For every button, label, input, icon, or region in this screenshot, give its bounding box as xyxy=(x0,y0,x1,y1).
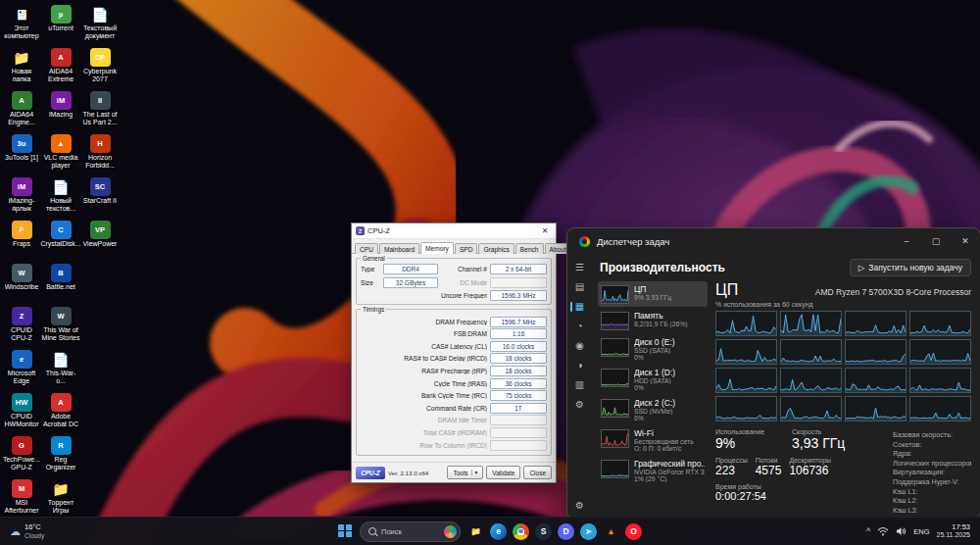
performance-sidebar-item[interactable]: Wi-Fi Беспроводная сеть О: 0 П: 0 кбит/с xyxy=(598,425,708,455)
desktop-icon-label: TechPowe... GPU-Z xyxy=(2,456,41,471)
desktop-icon[interactable]: e Microsoft Edge xyxy=(2,347,41,390)
desktop-icon[interactable]: A AIDA64 Engine... xyxy=(2,88,41,131)
desktop-icon[interactable]: A AIDA64 Extreme xyxy=(41,45,80,88)
startup-apps-icon[interactable]: ◉ xyxy=(567,340,592,351)
desktop-icon-image: A xyxy=(51,393,72,412)
desktop-icon[interactable]: H Horizon Forbidd... xyxy=(80,131,120,174)
desktop-icon[interactable]: Z CPUID CPU-Z xyxy=(2,304,41,347)
cpuz-tab[interactable]: SPD xyxy=(455,243,478,254)
timing-label: CAS# Latency (CL) xyxy=(361,343,487,350)
desktop-icon[interactable]: B Battle.net xyxy=(41,261,80,304)
performance-sidebar-item[interactable]: Диск 0 (E:) SSD (SATA) 0% xyxy=(598,334,708,364)
performance-sidebar-item[interactable]: Память 8,2/31,9 ГБ (26%) xyxy=(598,308,708,333)
cpuz-titlebar[interactable]: Z CPU-Z ✕ xyxy=(352,223,556,239)
taskbar-app-chrome[interactable] xyxy=(513,523,529,540)
run-new-task-button[interactable]: ▷ Запустить новую задачу xyxy=(850,259,971,276)
start-logo-square xyxy=(346,531,352,537)
performance-sidebar-item[interactable]: Диск 2 (C:) SSD (NVMe) 6% xyxy=(598,395,708,424)
desktop-icon[interactable]: iM iMazing-ярлык xyxy=(2,174,41,218)
taskbar-app-opera[interactable]: O xyxy=(625,523,642,540)
performance-sidebar-item[interactable]: Графический про... NVIDIA GeForce RTX 30… xyxy=(598,456,708,485)
taskbar-app-telegram[interactable]: ➤ xyxy=(580,523,597,540)
tray-chevron-icon[interactable]: ^ xyxy=(866,526,870,536)
app-history-icon[interactable]: ◔ xyxy=(567,321,592,331)
search-box[interactable]: Поиск xyxy=(360,521,461,542)
cpuz-tab[interactable]: Mainboard xyxy=(379,243,419,254)
dc-mode-label: DC Mode xyxy=(441,279,487,286)
desktop-icon[interactable]: SC StarCraft II xyxy=(80,174,120,218)
tools-button[interactable]: Tools ▾ xyxy=(447,466,483,479)
desktop-icon[interactable]: 📄 Текстовый документ xyxy=(80,2,120,45)
desktop-icon[interactable]: W Windscribe xyxy=(2,261,41,304)
timing-label: Command Rate (CR) xyxy=(361,405,487,412)
cpuz-tab[interactable]: Graphics xyxy=(478,243,514,254)
search-highlight-icon[interactable] xyxy=(444,525,457,538)
volume-icon[interactable] xyxy=(896,526,906,536)
close-window-button[interactable]: ✕ xyxy=(951,228,980,254)
timing-row: RAS# Precharge (tRP) 18 clocks xyxy=(361,366,547,376)
start-button[interactable] xyxy=(338,524,353,539)
minimize-button[interactable]: – xyxy=(892,228,921,254)
performance-icon[interactable]: ▦ xyxy=(567,301,592,312)
services-icon[interactable]: ⚙ xyxy=(567,399,592,410)
close-button[interactable]: Close xyxy=(523,466,552,479)
clock[interactable]: 17:53 25.11.2025 xyxy=(936,522,970,540)
desktop-icon[interactable]: HW CPUID HWMonitor xyxy=(2,390,41,433)
desktop-icon[interactable]: II The Last of Us Part 2... xyxy=(80,88,120,131)
language-indicator[interactable]: ENG xyxy=(913,527,929,536)
desktop-icon[interactable]: VP ViewPower xyxy=(80,218,120,261)
task-manager-titlebar[interactable]: Диспетчер задач – ▢ ✕ xyxy=(567,228,980,254)
details-icon[interactable]: ▥ xyxy=(567,379,592,390)
desktop-icon-image: H xyxy=(90,134,111,153)
cpuz-footer: CPU-Z Ver. 2.13.0.x64 Tools ▾ Validate C… xyxy=(352,462,556,482)
users-icon[interactable]: ◑ xyxy=(567,360,592,371)
desktop-icon[interactable]: iM iMazing xyxy=(41,88,80,131)
taskbar-app-glyph: D xyxy=(563,526,568,536)
taskbar-app-explorer[interactable]: 📁 xyxy=(467,523,484,540)
processes-icon[interactable]: ▤ xyxy=(567,281,592,292)
desktop-icon[interactable]: ▲ VLC media player xyxy=(41,131,80,174)
performance-sidebar-item[interactable]: ЦП 9% 3,93 ГГц xyxy=(598,281,708,307)
desktop-icon[interactable]: C CrystalDisk... xyxy=(41,218,80,261)
weather-condition: Cloudy xyxy=(24,532,44,539)
desktop-icon[interactable]: A Adobe Acrobat DC xyxy=(41,390,80,433)
desktop-icon[interactable]: µ uTorrent xyxy=(41,2,80,45)
sidebar-item-title: Диск 1 (D:) xyxy=(634,368,675,377)
desktop-icon[interactable]: 3u 3uTools [1] xyxy=(2,131,41,174)
desktop-icon[interactable]: 🖥 Этот компьютер xyxy=(2,2,41,45)
cpuz-tab[interactable]: CPU xyxy=(355,243,378,254)
size-label: Size xyxy=(361,279,380,286)
validate-button[interactable]: Validate xyxy=(486,466,520,479)
cpuz-tab[interactable]: Memory xyxy=(420,242,454,254)
wifi-icon[interactable] xyxy=(877,526,889,536)
desktop-icon[interactable]: CP Cyberpunk 2077 xyxy=(80,45,120,88)
maximize-button[interactable]: ▢ xyxy=(921,228,951,254)
timing-label: DRAM Idle Timer xyxy=(361,417,487,423)
menu-icon[interactable]: ☰ xyxy=(567,262,592,272)
desktop-icon-image: B xyxy=(51,264,72,282)
taskbar-app-discord[interactable]: D xyxy=(558,523,574,540)
weather-widget[interactable]: ☁ 16°C Cloudy xyxy=(10,523,44,539)
desktop-icon[interactable]: 📄 Новый текстов... xyxy=(41,174,80,218)
taskbar-app-vlc[interactable]: ▲ xyxy=(603,523,619,540)
desktop-icon[interactable]: F Fraps xyxy=(2,218,41,261)
cpuz-close-icon[interactable]: ✕ xyxy=(538,226,552,235)
cpuz-tab[interactable]: Bench xyxy=(515,243,544,254)
taskbar-app-steam[interactable]: S xyxy=(535,523,552,540)
settings-icon[interactable]: ⚙ xyxy=(567,500,592,511)
desktop-icon-image: µ xyxy=(51,5,72,24)
desktop-icon[interactable]: 📁 Новая папка xyxy=(2,45,41,88)
desktop-icon[interactable]: W This War of Mine Stories xyxy=(41,304,80,347)
desktop-icon[interactable]: 📁 Торрент Игры xyxy=(41,476,80,520)
desktop-icon[interactable]: R Reg Organizer xyxy=(41,433,80,476)
cpu-stat-value: 0:00:27:54 xyxy=(715,490,879,502)
cpu-stat-label: Использование xyxy=(715,428,784,435)
desktop-icon[interactable]: G TechPowe... GPU-Z xyxy=(2,433,41,476)
taskbar-app-edge[interactable]: e xyxy=(490,523,507,540)
tools-dropdown-arrow-icon[interactable]: ▾ xyxy=(471,470,478,475)
performance-sidebar-item[interactable]: Диск 1 (D:) HDD (SATA) 0% xyxy=(598,365,708,394)
desktop-icon[interactable]: M MSI Afterburner xyxy=(2,476,41,520)
cpu-detail-label: Кэш L3: xyxy=(893,506,971,513)
desktop-icon[interactable]: 📄 This-War-o... xyxy=(41,347,80,390)
cpuz-app-icon: Z xyxy=(356,226,365,235)
